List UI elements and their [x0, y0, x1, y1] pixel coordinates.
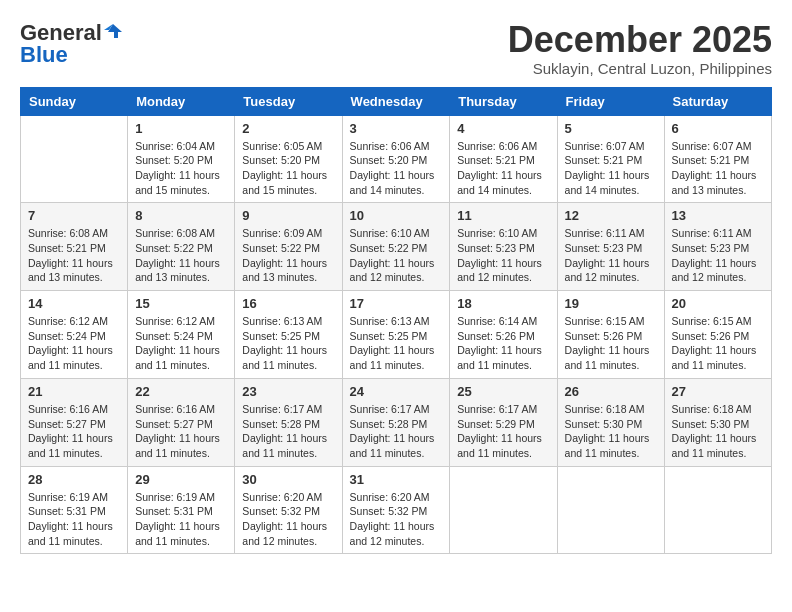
- day-info: Sunrise: 6:15 AM Sunset: 5:26 PM Dayligh…: [565, 314, 657, 373]
- day-number: 28: [28, 472, 120, 487]
- day-info: Sunrise: 6:12 AM Sunset: 5:24 PM Dayligh…: [28, 314, 120, 373]
- weekday-header-sunday: Sunday: [21, 87, 128, 115]
- day-number: 10: [350, 208, 443, 223]
- calendar-cell: 8Sunrise: 6:08 AM Sunset: 5:22 PM Daylig…: [128, 203, 235, 291]
- calendar-cell: 20Sunrise: 6:15 AM Sunset: 5:26 PM Dayli…: [664, 291, 771, 379]
- month-title: December 2025: [508, 20, 772, 60]
- day-number: 11: [457, 208, 549, 223]
- day-number: 29: [135, 472, 227, 487]
- calendar-cell: 15Sunrise: 6:12 AM Sunset: 5:24 PM Dayli…: [128, 291, 235, 379]
- day-info: Sunrise: 6:17 AM Sunset: 5:28 PM Dayligh…: [350, 402, 443, 461]
- day-info: Sunrise: 6:08 AM Sunset: 5:21 PM Dayligh…: [28, 226, 120, 285]
- calendar-cell: 11Sunrise: 6:10 AM Sunset: 5:23 PM Dayli…: [450, 203, 557, 291]
- day-number: 15: [135, 296, 227, 311]
- day-info: Sunrise: 6:09 AM Sunset: 5:22 PM Dayligh…: [242, 226, 334, 285]
- day-info: Sunrise: 6:17 AM Sunset: 5:28 PM Dayligh…: [242, 402, 334, 461]
- weekday-header-friday: Friday: [557, 87, 664, 115]
- calendar-cell: 16Sunrise: 6:13 AM Sunset: 5:25 PM Dayli…: [235, 291, 342, 379]
- calendar-cell: 18Sunrise: 6:14 AM Sunset: 5:26 PM Dayli…: [450, 291, 557, 379]
- calendar-cell: 29Sunrise: 6:19 AM Sunset: 5:31 PM Dayli…: [128, 466, 235, 554]
- calendar-cell: 4Sunrise: 6:06 AM Sunset: 5:21 PM Daylig…: [450, 115, 557, 203]
- calendar-cell: 25Sunrise: 6:17 AM Sunset: 5:29 PM Dayli…: [450, 378, 557, 466]
- calendar-cell: 26Sunrise: 6:18 AM Sunset: 5:30 PM Dayli…: [557, 378, 664, 466]
- calendar-cell: 5Sunrise: 6:07 AM Sunset: 5:21 PM Daylig…: [557, 115, 664, 203]
- day-number: 1: [135, 121, 227, 136]
- calendar-cell: [557, 466, 664, 554]
- day-info: Sunrise: 6:05 AM Sunset: 5:20 PM Dayligh…: [242, 139, 334, 198]
- calendar-header-row: SundayMondayTuesdayWednesdayThursdayFrid…: [21, 87, 772, 115]
- day-info: Sunrise: 6:19 AM Sunset: 5:31 PM Dayligh…: [28, 490, 120, 549]
- calendar-table: SundayMondayTuesdayWednesdayThursdayFrid…: [20, 87, 772, 555]
- day-info: Sunrise: 6:13 AM Sunset: 5:25 PM Dayligh…: [350, 314, 443, 373]
- logo-blue: Blue: [20, 42, 68, 68]
- calendar-week-row: 14Sunrise: 6:12 AM Sunset: 5:24 PM Dayli…: [21, 291, 772, 379]
- weekday-header-wednesday: Wednesday: [342, 87, 450, 115]
- calendar-week-row: 21Sunrise: 6:16 AM Sunset: 5:27 PM Dayli…: [21, 378, 772, 466]
- calendar-cell: 6Sunrise: 6:07 AM Sunset: 5:21 PM Daylig…: [664, 115, 771, 203]
- day-info: Sunrise: 6:06 AM Sunset: 5:20 PM Dayligh…: [350, 139, 443, 198]
- day-number: 31: [350, 472, 443, 487]
- calendar-cell: [664, 466, 771, 554]
- calendar-cell: 24Sunrise: 6:17 AM Sunset: 5:28 PM Dayli…: [342, 378, 450, 466]
- calendar-cell: 14Sunrise: 6:12 AM Sunset: 5:24 PM Dayli…: [21, 291, 128, 379]
- day-number: 8: [135, 208, 227, 223]
- day-number: 26: [565, 384, 657, 399]
- calendar-week-row: 28Sunrise: 6:19 AM Sunset: 5:31 PM Dayli…: [21, 466, 772, 554]
- calendar-cell: 9Sunrise: 6:09 AM Sunset: 5:22 PM Daylig…: [235, 203, 342, 291]
- day-info: Sunrise: 6:04 AM Sunset: 5:20 PM Dayligh…: [135, 139, 227, 198]
- day-info: Sunrise: 6:11 AM Sunset: 5:23 PM Dayligh…: [565, 226, 657, 285]
- day-info: Sunrise: 6:19 AM Sunset: 5:31 PM Dayligh…: [135, 490, 227, 549]
- day-number: 5: [565, 121, 657, 136]
- day-number: 30: [242, 472, 334, 487]
- day-info: Sunrise: 6:12 AM Sunset: 5:24 PM Dayligh…: [135, 314, 227, 373]
- calendar-cell: 22Sunrise: 6:16 AM Sunset: 5:27 PM Dayli…: [128, 378, 235, 466]
- day-info: Sunrise: 6:14 AM Sunset: 5:26 PM Dayligh…: [457, 314, 549, 373]
- calendar-cell: 1Sunrise: 6:04 AM Sunset: 5:20 PM Daylig…: [128, 115, 235, 203]
- calendar-cell: 21Sunrise: 6:16 AM Sunset: 5:27 PM Dayli…: [21, 378, 128, 466]
- day-info: Sunrise: 6:10 AM Sunset: 5:22 PM Dayligh…: [350, 226, 443, 285]
- day-number: 17: [350, 296, 443, 311]
- calendar-cell: 19Sunrise: 6:15 AM Sunset: 5:26 PM Dayli…: [557, 291, 664, 379]
- calendar-cell: 23Sunrise: 6:17 AM Sunset: 5:28 PM Dayli…: [235, 378, 342, 466]
- day-info: Sunrise: 6:18 AM Sunset: 5:30 PM Dayligh…: [672, 402, 764, 461]
- day-number: 18: [457, 296, 549, 311]
- day-info: Sunrise: 6:08 AM Sunset: 5:22 PM Dayligh…: [135, 226, 227, 285]
- day-number: 21: [28, 384, 120, 399]
- calendar-cell: [450, 466, 557, 554]
- day-number: 2: [242, 121, 334, 136]
- day-number: 9: [242, 208, 334, 223]
- title-section: December 2025 Suklayin, Central Luzon, P…: [508, 20, 772, 77]
- day-info: Sunrise: 6:16 AM Sunset: 5:27 PM Dayligh…: [28, 402, 120, 461]
- day-info: Sunrise: 6:17 AM Sunset: 5:29 PM Dayligh…: [457, 402, 549, 461]
- calendar-week-row: 1Sunrise: 6:04 AM Sunset: 5:20 PM Daylig…: [21, 115, 772, 203]
- weekday-header-tuesday: Tuesday: [235, 87, 342, 115]
- day-number: 4: [457, 121, 549, 136]
- day-number: 14: [28, 296, 120, 311]
- day-number: 13: [672, 208, 764, 223]
- logo-bird-icon: [104, 22, 122, 40]
- weekday-header-monday: Monday: [128, 87, 235, 115]
- day-info: Sunrise: 6:20 AM Sunset: 5:32 PM Dayligh…: [350, 490, 443, 549]
- day-info: Sunrise: 6:15 AM Sunset: 5:26 PM Dayligh…: [672, 314, 764, 373]
- weekday-header-thursday: Thursday: [450, 87, 557, 115]
- location-subtitle: Suklayin, Central Luzon, Philippines: [508, 60, 772, 77]
- weekday-header-saturday: Saturday: [664, 87, 771, 115]
- calendar-cell: 13Sunrise: 6:11 AM Sunset: 5:23 PM Dayli…: [664, 203, 771, 291]
- day-info: Sunrise: 6:10 AM Sunset: 5:23 PM Dayligh…: [457, 226, 549, 285]
- day-number: 12: [565, 208, 657, 223]
- day-number: 24: [350, 384, 443, 399]
- calendar-cell: 3Sunrise: 6:06 AM Sunset: 5:20 PM Daylig…: [342, 115, 450, 203]
- calendar-week-row: 7Sunrise: 6:08 AM Sunset: 5:21 PM Daylig…: [21, 203, 772, 291]
- day-number: 20: [672, 296, 764, 311]
- calendar-cell: 12Sunrise: 6:11 AM Sunset: 5:23 PM Dayli…: [557, 203, 664, 291]
- day-info: Sunrise: 6:20 AM Sunset: 5:32 PM Dayligh…: [242, 490, 334, 549]
- calendar-cell: 2Sunrise: 6:05 AM Sunset: 5:20 PM Daylig…: [235, 115, 342, 203]
- day-number: 27: [672, 384, 764, 399]
- day-info: Sunrise: 6:07 AM Sunset: 5:21 PM Dayligh…: [672, 139, 764, 198]
- day-number: 22: [135, 384, 227, 399]
- calendar-cell: 31Sunrise: 6:20 AM Sunset: 5:32 PM Dayli…: [342, 466, 450, 554]
- calendar-cell: 27Sunrise: 6:18 AM Sunset: 5:30 PM Dayli…: [664, 378, 771, 466]
- calendar-cell: 10Sunrise: 6:10 AM Sunset: 5:22 PM Dayli…: [342, 203, 450, 291]
- day-info: Sunrise: 6:06 AM Sunset: 5:21 PM Dayligh…: [457, 139, 549, 198]
- day-number: 16: [242, 296, 334, 311]
